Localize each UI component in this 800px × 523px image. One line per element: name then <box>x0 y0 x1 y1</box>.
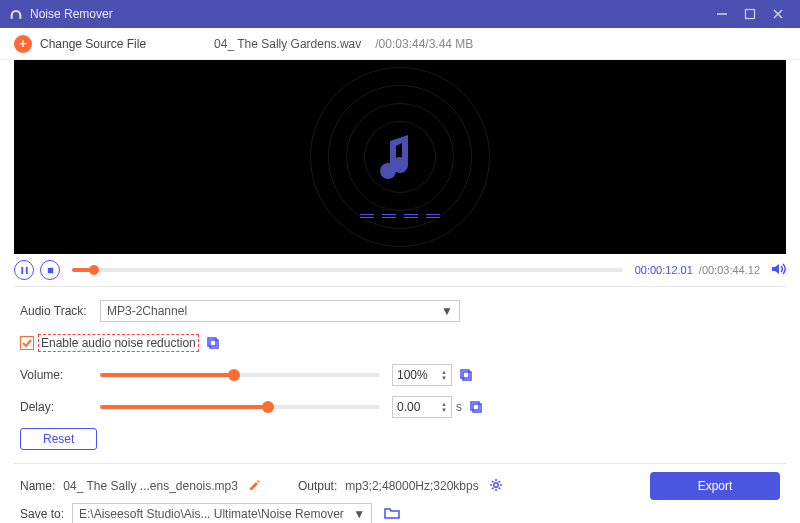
output-format: mp3;2;48000Hz;320kbps <box>345 479 478 493</box>
music-note-icon <box>376 131 424 183</box>
volume-slider[interactable] <box>100 373 380 377</box>
save-row: Save to: E:\Aiseesoft Studio\Ais... Ulti… <box>20 500 780 523</box>
seek-slider[interactable] <box>72 268 623 272</box>
volume-stepper[interactable]: ▲▼ <box>441 369 447 381</box>
volume-row: Volume: 100% ▲▼ <box>20 361 780 389</box>
reset-button[interactable]: Reset <box>20 428 97 450</box>
speaker-icon[interactable] <box>770 261 786 280</box>
title-bar: Noise Remover <box>0 0 800 28</box>
footer-panel: Name: 04_ The Sally ...ens_denois.mp3 Ou… <box>0 464 800 523</box>
delay-value-input[interactable]: 0.00 ▲▼ <box>392 396 452 418</box>
svg-rect-7 <box>208 338 216 346</box>
audio-track-select[interactable]: MP3-2Channel ▼ <box>100 300 460 322</box>
media-preview <box>14 60 786 254</box>
noise-reduction-checkbox[interactable] <box>20 336 34 350</box>
noise-reduction-label: Enable audio noise reduction <box>38 334 199 352</box>
volume-label: Volume: <box>20 368 100 382</box>
svg-rect-6 <box>47 267 52 272</box>
delay-unit: s <box>456 400 462 414</box>
delay-stepper[interactable]: ▲▼ <box>441 401 447 413</box>
delay-copy-icon[interactable] <box>468 399 484 415</box>
noise-reduction-row: Enable audio noise reduction <box>20 329 780 357</box>
volume-value-input[interactable]: 100% ▲▼ <box>392 364 452 386</box>
time-current: 00:00:12.01 <box>635 264 693 276</box>
save-label: Save to: <box>20 507 64 521</box>
change-source-label[interactable]: Change Source File <box>40 37 146 51</box>
file-toolbar: + Change Source File 04_ The Sally Garde… <box>0 28 800 60</box>
stop-button[interactable] <box>40 260 60 280</box>
output-name: 04_ The Sally ...ens_denois.mp3 <box>63 479 238 493</box>
add-source-button[interactable]: + <box>14 35 32 53</box>
delay-label: Delay: <box>20 400 100 414</box>
export-button[interactable]: Export <box>650 472 780 500</box>
svg-rect-10 <box>463 372 471 380</box>
output-row: Name: 04_ The Sally ...ens_denois.mp3 Ou… <box>20 472 780 500</box>
minimize-button[interactable] <box>708 2 736 26</box>
svg-rect-1 <box>746 10 755 19</box>
open-folder-icon[interactable] <box>384 506 400 523</box>
source-filename: 04_ The Sally Gardens.wav <box>214 37 361 51</box>
output-settings-icon[interactable] <box>489 478 503 495</box>
app-icon <box>8 6 24 22</box>
volume-copy-icon[interactable] <box>458 367 474 383</box>
playback-bar: 00:00:12.01/00:03:44.12 <box>0 254 800 286</box>
equalizer-icon <box>360 214 440 218</box>
svg-rect-8 <box>210 340 218 348</box>
svg-rect-9 <box>461 370 469 378</box>
maximize-button[interactable] <box>736 2 764 26</box>
pause-button[interactable] <box>14 260 34 280</box>
svg-rect-12 <box>473 404 481 412</box>
controls-panel: Audio Track: MP3-2Channel ▼ Enable audio… <box>0 287 800 463</box>
output-label: Output: <box>298 479 337 493</box>
noise-reduction-copy-icon[interactable] <box>205 335 221 351</box>
delay-slider[interactable] <box>100 405 380 409</box>
svg-rect-11 <box>471 402 479 410</box>
edit-name-icon[interactable] <box>248 478 262 495</box>
save-path-select[interactable]: E:\Aiseesoft Studio\Ais... Ultimate\Nois… <box>72 503 372 523</box>
svg-point-13 <box>494 482 498 486</box>
name-label: Name: <box>20 479 55 493</box>
close-button[interactable] <box>764 2 792 26</box>
app-title: Noise Remover <box>30 7 708 21</box>
audio-track-row: Audio Track: MP3-2Channel ▼ <box>20 297 780 325</box>
time-total: /00:03:44.12 <box>699 264 760 276</box>
delay-row: Delay: 0.00 ▲▼ s <box>20 393 780 421</box>
chevron-down-icon: ▼ <box>441 304 453 318</box>
svg-rect-4 <box>21 266 23 273</box>
source-fileinfo: /00:03:44/3.44 MB <box>375 37 473 51</box>
chevron-down-icon: ▼ <box>353 507 365 521</box>
svg-rect-5 <box>25 266 27 273</box>
audio-track-label: Audio Track: <box>20 304 100 318</box>
